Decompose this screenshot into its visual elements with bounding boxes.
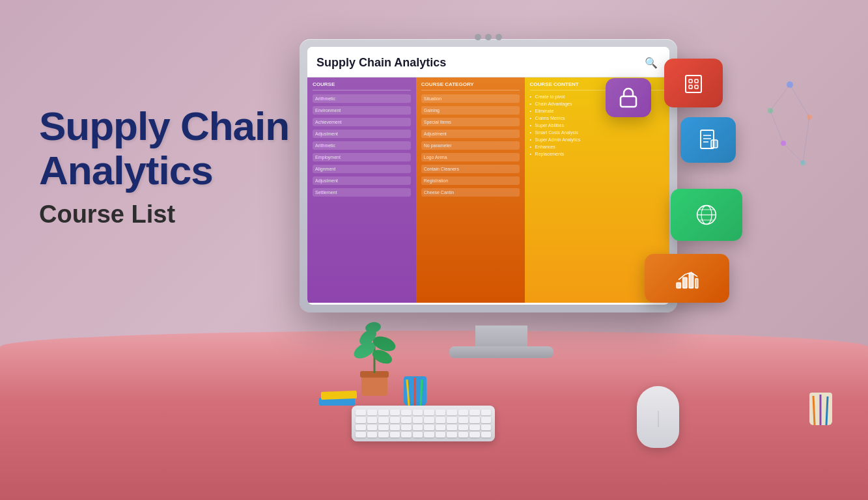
key: [367, 410, 378, 415]
key: [469, 417, 480, 423]
connection-diagram: [751, 65, 829, 195]
float-card-globe: [671, 189, 742, 241]
svg-line-39: [770, 85, 790, 111]
key: [447, 417, 457, 423]
pencil-cup-left: [404, 376, 427, 406]
key: [378, 432, 389, 438]
main-title: Supply Chain Analytics: [39, 104, 289, 193]
key: [378, 417, 389, 423]
key: [424, 432, 434, 438]
building-icon: [680, 70, 707, 96]
table-row: Achievement: [313, 118, 411, 126]
table-row: Arithmetic: [313, 141, 411, 150]
float-card-chart: [645, 254, 729, 303]
key: [401, 410, 412, 415]
dot-1: [475, 34, 481, 40]
key: [367, 424, 378, 430]
table-col-category: Course Category Situation Gaining Specia…: [416, 77, 525, 303]
key: [367, 417, 378, 423]
key: [356, 424, 366, 430]
table-col-course: Course Arithmetic Environment Achievemen…: [307, 77, 416, 303]
table-row: Smart Costs Analysis: [530, 130, 664, 135]
lock-icon: [615, 85, 641, 111]
chart-icon: [674, 266, 700, 292]
table-row: Adjustment: [421, 130, 520, 138]
key: [390, 410, 400, 415]
key: [436, 417, 446, 423]
svg-line-31: [813, 396, 815, 425]
key: [436, 432, 446, 438]
key: [458, 410, 469, 415]
key: [424, 424, 434, 430]
key: [401, 432, 412, 438]
float-card-lock: [606, 78, 651, 117]
svg-line-42: [803, 117, 809, 163]
svg-line-33: [826, 396, 828, 425]
key: [413, 432, 423, 438]
svg-rect-3: [695, 79, 698, 83]
table-row: Registration: [421, 176, 520, 185]
table-row: Logo Arena: [421, 153, 520, 161]
subtitle: Course List: [39, 201, 289, 229]
svg-rect-17: [683, 277, 687, 288]
svg-line-40: [790, 85, 809, 117]
key: [458, 424, 469, 430]
table-row: Enhances: [530, 145, 664, 149]
key: [390, 417, 400, 423]
col-header-course: Course: [313, 81, 411, 90]
mouse: [637, 386, 679, 448]
svg-rect-19: [695, 279, 698, 288]
svg-rect-18: [689, 273, 693, 288]
key: [356, 410, 366, 415]
table-row: Settlement: [313, 188, 411, 197]
key: [447, 432, 457, 438]
key: [367, 432, 378, 438]
svg-line-43: [783, 143, 803, 163]
dot-3: [496, 34, 502, 40]
key: [401, 424, 412, 430]
table-row: Cheese Cantin: [421, 188, 520, 197]
key: [390, 432, 400, 438]
svg-line-41: [770, 111, 783, 143]
key: [447, 410, 457, 415]
svg-rect-10: [711, 140, 718, 148]
key: [469, 410, 480, 415]
pencil-cup-right: [809, 393, 832, 425]
monitor: Supply Chain Analytics 🔍 Course Arithmet…: [300, 39, 703, 365]
globe-icon: [693, 202, 720, 228]
key: [356, 417, 366, 423]
key: [458, 417, 469, 423]
document-icon: [695, 127, 721, 153]
float-card-building: [664, 59, 723, 107]
key: [481, 432, 492, 438]
key: [469, 432, 480, 438]
table-row: Special Items: [421, 118, 520, 126]
mouse-divider: [658, 411, 658, 427]
table-row: No parameter: [421, 141, 520, 150]
key: [436, 424, 446, 430]
search-icon[interactable]: 🔍: [642, 53, 660, 72]
table-row: Adjustment: [313, 130, 411, 138]
keyboard: [352, 406, 495, 441]
table-row: Super Abilities: [530, 123, 664, 128]
key: [413, 410, 423, 415]
screen-title: Supply Chain Analytics: [316, 56, 446, 70]
table-row: Gaining: [421, 106, 520, 115]
key: [481, 424, 492, 430]
float-card-document: [680, 117, 736, 163]
table-row: Alignment: [313, 165, 411, 173]
key: [356, 432, 366, 438]
table-row: Contain Cleaners: [421, 165, 520, 173]
key: [447, 424, 457, 430]
key: [469, 424, 480, 430]
dot-2: [485, 34, 492, 40]
table-row: Replacements: [530, 152, 664, 156]
left-text-block: Supply Chain Analytics Course List: [39, 104, 289, 229]
table-row: Employment: [313, 153, 411, 161]
key: [458, 432, 469, 438]
table-row: Arithmetic: [313, 94, 411, 103]
svg-rect-16: [677, 283, 680, 288]
key: [413, 424, 423, 430]
key: [390, 424, 400, 430]
table-row: Adjustment: [313, 176, 411, 185]
